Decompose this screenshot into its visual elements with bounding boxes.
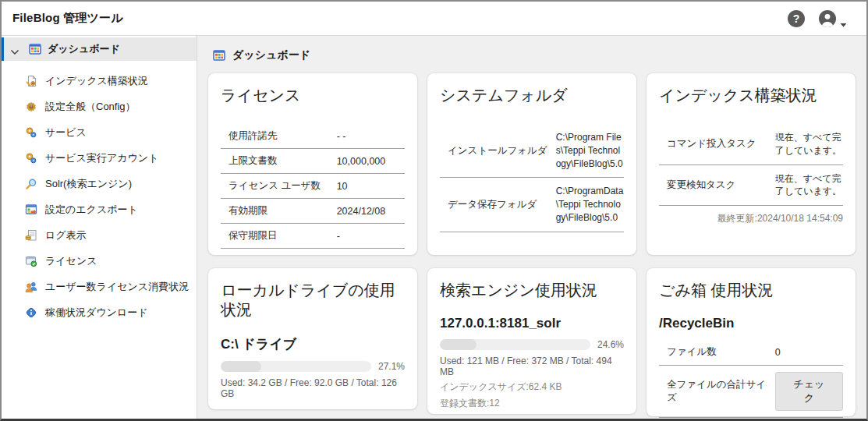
help-icon[interactable]: ?: [788, 10, 805, 27]
doc-count-text: 登録文書数:12: [440, 397, 624, 410]
index-status-card: インデックス構築状況 コマンド投入タスク 現在、すべて完了しています。 変更検知…: [647, 73, 856, 255]
system-folders-card: システムフォルダ インストールフォルダ C:\Program Files\Tep…: [427, 73, 636, 255]
solr-usage-bar: 24.6%: [440, 339, 624, 350]
page-header: ダッシュボード: [213, 48, 856, 62]
sidebar-item-license[interactable]: ライセンス: [2, 248, 197, 274]
card-title: システムフォルダ: [440, 86, 624, 105]
app-window: FileBlog 管理ツール ?: [0, 0, 868, 421]
row-value: 現在、すべて完了しています。: [775, 131, 843, 157]
sidebar-item-config[interactable]: 設定全般（Config）: [2, 94, 197, 119]
sidebar-item-label: ライセンス: [45, 254, 97, 268]
search-engine-icon: [25, 178, 37, 190]
recycle-bin-table: ファイル数 0 全ファイルの合計サイズ チェック: [659, 339, 843, 418]
progress-fill: [440, 339, 477, 350]
table-row: 変更検知タスク 現在、すべて完了しています。: [659, 165, 843, 207]
check-button[interactable]: チェック: [775, 372, 843, 411]
search-engine-card: 検索エンジン使用状況 127.0.0.1:8181_solr 24.6% Use…: [427, 268, 636, 414]
user-menu[interactable]: [819, 10, 852, 27]
sidebar-item-label: インデックス構築状況: [45, 74, 148, 88]
sidebar-item-index-build[interactable]: インデックス構築状況: [2, 68, 197, 94]
dashboard-icon: [213, 49, 225, 62]
progress-track: [221, 361, 371, 372]
sidebar-item-label: 稼働状況ダウンロード: [45, 306, 148, 320]
sidebar-item-dashboard[interactable]: ダッシュボード: [2, 37, 197, 61]
table-row: 保守期限日 -: [221, 224, 405, 249]
sidebar-item-label: サービス実行アカウント: [45, 151, 158, 165]
card-title: インデックス構築状況: [659, 86, 843, 105]
sidebar-item-solr[interactable]: Solr(検索エンジン): [2, 171, 197, 196]
index-status-table: コマンド投入タスク 現在、すべて完了しています。 変更検知タスク 現在、すべて完…: [659, 124, 843, 206]
page-title: ダッシュボード: [232, 48, 310, 62]
status-download-icon: [25, 306, 37, 319]
sidebar-item-export[interactable]: 設定のエクスポート: [2, 196, 197, 222]
row-label: 保守期限日: [221, 229, 337, 242]
row-label: インストールフォルダ: [440, 144, 556, 157]
service-account-icon: [25, 152, 37, 165]
progress-fill: [221, 361, 261, 372]
app-title: FileBlog 管理ツール: [12, 11, 123, 26]
row-value: 2024/12/08: [337, 206, 405, 217]
row-value: 10: [337, 181, 405, 192]
row-label: コマンド投入タスク: [659, 137, 775, 150]
sidebar: ダッシュボード インデックス構築状況: [2, 36, 197, 419]
recycle-bin-card: ごみ箱 使用状況 /RecycleBin ファイル数 0 全ファイルの合計サイズ…: [647, 268, 856, 416]
percent-label: 27.1%: [378, 361, 405, 372]
dashboard-icon: [29, 43, 41, 55]
table-row: コマンド投入タスク 現在、すべて完了しています。: [659, 124, 843, 165]
row-value: - -: [337, 131, 405, 142]
card-title: 検索エンジン使用状況: [440, 281, 624, 300]
card-title: ライセンス: [221, 86, 405, 105]
main-content: ダッシュボード ライセンス 使用許諾先 - - 上限文書数 10,000,000: [197, 36, 866, 419]
table-row: ライセンス ユーザ数 10: [221, 174, 405, 199]
table-row: ファイル数 0: [659, 339, 843, 366]
sidebar-item-log[interactable]: ログ表示: [2, 222, 197, 248]
sidebar-item-label: ユーザー数ライセンス消費状況: [45, 280, 189, 294]
row-label: 上限文書数: [221, 154, 337, 168]
caret-down-icon: [840, 16, 852, 21]
sidebar-item-services[interactable]: サービス: [2, 119, 197, 145]
license-table: 使用許諾先 - - 上限文書数 10,000,000 ライセンス ユーザ数 10: [221, 124, 405, 249]
titlebar-actions: ?: [788, 10, 852, 27]
row-value: 現在、すべて完了しています。: [775, 172, 843, 199]
sidebar-item-label: 設定のエクスポート: [45, 203, 138, 217]
export-icon: [25, 203, 37, 216]
chevron-down-icon: [10, 46, 23, 52]
row-value: C:\ProgramData\Teppi Technology\FileBlog…: [556, 185, 624, 224]
row-value: -: [337, 231, 405, 242]
table-row: データ保存フォルダ C:\ProgramData\Teppi Technolog…: [440, 178, 624, 232]
sidebar-item-service-account[interactable]: サービス実行アカウント: [2, 145, 197, 171]
table-row: 上限文書数 10,000,000: [221, 149, 405, 174]
row-value: 10,000,000: [337, 156, 405, 167]
row-label: 全ファイルの合計サイズ: [659, 378, 775, 405]
solr-instance: 127.0.0.1:8181_solr: [440, 316, 624, 331]
sidebar-item-label: ログ表示: [45, 228, 87, 242]
drive-name: C:\ ドライブ: [221, 335, 405, 353]
row-label: ライセンス ユーザ数: [221, 179, 337, 193]
row-label: ファイル数: [659, 345, 775, 359]
table-row: インストールフォルダ C:\Program Files\Teppi Techno…: [440, 124, 624, 178]
dashboard-grid: ライセンス 使用許諾先 - - 上限文書数 10,000,000 ライセンス ユ…: [208, 73, 856, 416]
user-icon[interactable]: [819, 10, 836, 27]
index-build-icon: [25, 75, 37, 87]
local-drive-card: ローカルドライブの使用状況 C:\ ドライブ 27.1% Used: 34.2 …: [208, 268, 417, 409]
table-row: 全ファイルの合計サイズ チェック: [659, 366, 843, 418]
config-gear-icon: [25, 101, 37, 113]
sidebar-item-label: 設定全般（Config）: [45, 100, 136, 114]
services-icon: [25, 126, 37, 139]
users-icon: [25, 281, 37, 293]
usage-text: Used: 34.2 GB / Free: 92.0 GB / Total: 1…: [221, 377, 405, 399]
percent-label: 24.6%: [597, 339, 624, 350]
row-label: 使用許諾先: [221, 129, 337, 143]
index-size-text: インデックスサイズ:62.4 KB: [440, 380, 624, 394]
row-value: チェック: [775, 372, 843, 411]
row-value: C:\Program Files\Teppi Technology\FileBl…: [556, 131, 624, 170]
sidebar-list: インデックス構築状況 設定全般（Config）: [2, 68, 197, 325]
sidebar-item-user-license[interactable]: ユーザー数ライセンス消費状況: [2, 274, 197, 299]
drive-usage-bar: 27.1%: [221, 361, 405, 372]
sidebar-item-label: サービス: [45, 126, 87, 140]
sidebar-item-status-download[interactable]: 稼働状況ダウンロード: [2, 299, 197, 325]
sidebar-item-label: ダッシュボード: [48, 42, 120, 56]
card-title: ローカルドライブの使用状況: [221, 281, 405, 320]
row-label: 有効期限: [221, 204, 337, 218]
row-value: 0: [775, 347, 843, 358]
